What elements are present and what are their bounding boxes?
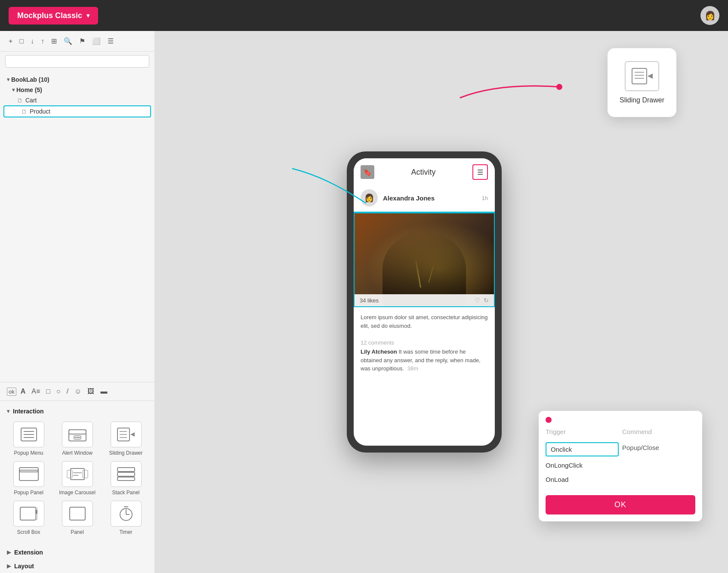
hamburger-icon: ☰	[477, 168, 483, 176]
text-list-icon[interactable]: A≡	[30, 387, 42, 396]
line-icon[interactable]: /	[65, 387, 70, 396]
move-down-icon[interactable]: ↓	[29, 37, 36, 46]
phone-menu-button[interactable]: ☰	[472, 164, 488, 180]
svg-marker-35	[648, 74, 653, 79]
emoji-icon[interactable]: ☺	[73, 387, 83, 396]
toolbar: + □ ↓ ↑ ⊞ 🔍 ⚑ ⬜ ☰	[0, 31, 154, 52]
sidebar: + □ ↓ ↑ ⊞ 🔍 ⚑ ⬜ ☰ ▾ BookLab (10) ▾ Home …	[0, 31, 155, 573]
tree-home[interactable]: ▾ Home (5)	[0, 85, 154, 95]
share-icon[interactable]: ↻	[484, 297, 489, 304]
popup-menu-icon	[13, 422, 44, 447]
stack-panel-label: Stack Panel	[112, 490, 139, 496]
text-icon[interactable]: A	[19, 387, 28, 396]
svg-rect-23	[20, 507, 36, 520]
brand-dropdown-arrow: ▾	[86, 12, 89, 19]
tree-product[interactable]: 🗋 Product	[3, 105, 151, 117]
sliding-drawer-label: Sliding Drawer	[109, 450, 142, 456]
sliding-drawer-item[interactable]: Sliding Drawer	[104, 422, 148, 456]
comment-text: Lily Atcheson It was some time before he…	[354, 348, 495, 378]
sliding-drawer-icon	[111, 422, 142, 447]
popup-onclick[interactable]: Onclick	[546, 442, 619, 456]
project-tree: ▾ BookLab (10) ▾ Home (5) 🗋 Cart 🗋 Produ…	[0, 71, 154, 382]
svg-rect-20	[117, 468, 135, 471]
rect-icon[interactable]: □	[44, 387, 52, 396]
phone-image: 34 likes ♡ ↻	[354, 213, 495, 307]
drawer-card-icon	[625, 61, 659, 91]
key-icon[interactable]: ok	[7, 388, 16, 396]
extension-label: Extension	[14, 549, 43, 556]
phone-header: 🔖 Activity ☰	[354, 158, 495, 186]
heart-icon[interactable]: ♡	[475, 297, 480, 304]
svg-rect-16	[67, 470, 72, 478]
tree-root[interactable]: ▾ BookLab (10)	[0, 74, 154, 85]
bar-icon[interactable]: ▬	[99, 387, 109, 396]
flag-icon[interactable]: ⚑	[77, 36, 87, 46]
tree-home-expand-icon: ▾	[12, 87, 15, 93]
stack-panel-item[interactable]: Stack Panel	[104, 461, 148, 496]
panel-item[interactable]: Panel	[56, 501, 99, 535]
scroll-box-item[interactable]: Scroll Box	[7, 501, 50, 535]
popup-menu-item[interactable]: Popup Menu	[7, 422, 50, 456]
brand-title: Mockplus Classic	[17, 11, 82, 20]
add-icon[interactable]: +	[7, 37, 14, 46]
extension-expand-icon: ▶	[7, 549, 11, 555]
interaction-grid: Popup Menu Alert Window	[0, 418, 154, 542]
image-carousel-item[interactable]: Image Carousel	[56, 461, 99, 496]
alert-window-item[interactable]: Alert Window	[56, 422, 99, 456]
shape-toolbar: ok A A≡ □ ○ / ☺ 🖼 ▬	[0, 382, 154, 401]
popup-onload[interactable]: OnLoad	[546, 474, 619, 485]
likes-text: 34 likes	[360, 297, 379, 304]
popup-close-dot[interactable]	[546, 417, 552, 423]
list-icon[interactable]: ☰	[106, 36, 115, 46]
popup-menu-label: Popup Menu	[14, 450, 43, 456]
svg-rect-17	[83, 470, 88, 478]
popup-onlongclick[interactable]: OnLongClick	[546, 460, 619, 471]
export-icon[interactable]: ⬜	[90, 36, 102, 46]
user-name: Alexandra Jones	[383, 194, 477, 202]
svg-rect-31	[632, 68, 647, 84]
popup-popup-close[interactable]: Popup/Close	[622, 442, 695, 453]
tree-cart[interactable]: 🗋 Cart	[0, 95, 154, 105]
layout-panel-header[interactable]: ▶ Layout	[0, 559, 154, 573]
popup-command-header: Commend	[622, 428, 695, 435]
search-input[interactable]	[5, 55, 149, 68]
tree-cart-label: Cart	[25, 97, 37, 104]
extension-panel-header[interactable]: ▶ Extension	[0, 545, 154, 559]
user-avatar: 👩	[361, 189, 378, 206]
folder-icon[interactable]: □	[18, 37, 25, 46]
layout-label: Layout	[14, 563, 34, 570]
popup-panel-label: Popup Panel	[14, 490, 43, 496]
tree-root-label: BookLab (10)	[11, 76, 49, 83]
brand-button[interactable]: Mockplus Classic ▾	[9, 7, 98, 25]
page-icon-product: 🗋	[22, 108, 27, 115]
main-layout: + □ ↓ ↑ ⊞ 🔍 ⚑ ⬜ ☰ ▾ BookLab (10) ▾ Home …	[0, 31, 728, 573]
sliding-drawer-card: Sliding Drawer	[608, 48, 676, 117]
grid-icon[interactable]: ⊞	[49, 36, 59, 46]
popup-body: Trigger Onclick OnLongClick OnLoad Comme…	[539, 423, 702, 490]
timer-label: Timer	[119, 529, 132, 535]
svg-rect-25	[36, 510, 37, 514]
timer-item[interactable]: Timer	[104, 501, 148, 535]
svg-rect-26	[70, 507, 85, 520]
sliding-drawer-card-label: Sliding Drawer	[620, 96, 664, 104]
panel-label: Panel	[71, 529, 84, 535]
popup-panel-item[interactable]: Popup Panel	[7, 461, 50, 496]
ellipse-icon[interactable]: ○	[55, 387, 62, 396]
phone-user-row: 👩 Alexandra Jones 1h	[354, 186, 495, 213]
tree-home-label: Home (5)	[16, 86, 42, 93]
svg-rect-22	[117, 477, 135, 481]
top-bar: Mockplus Classic ▾ 👩	[0, 0, 728, 31]
interaction-panel-header[interactable]: ▾ Interaction	[0, 404, 154, 418]
user-time: 1h	[482, 195, 488, 201]
popup-command-col: Commend Popup/Close	[622, 428, 695, 485]
search-icon[interactable]: 🔍	[62, 36, 74, 46]
ok-button[interactable]: OK	[546, 495, 695, 514]
avatar[interactable]: 👩	[700, 6, 719, 25]
image-icon[interactable]: 🖼	[86, 387, 96, 396]
comment-author: Lily Atcheson	[361, 348, 397, 355]
move-up-icon[interactable]: ↑	[39, 37, 46, 46]
interaction-expand-icon: ▾	[7, 408, 9, 414]
svg-rect-21	[117, 472, 135, 476]
image-bottom-bar: 34 likes ♡ ↻	[355, 294, 494, 306]
canvas-area: Sliding Drawer 🔖 Activity ☰ 👩 Alexandra …	[155, 31, 728, 573]
